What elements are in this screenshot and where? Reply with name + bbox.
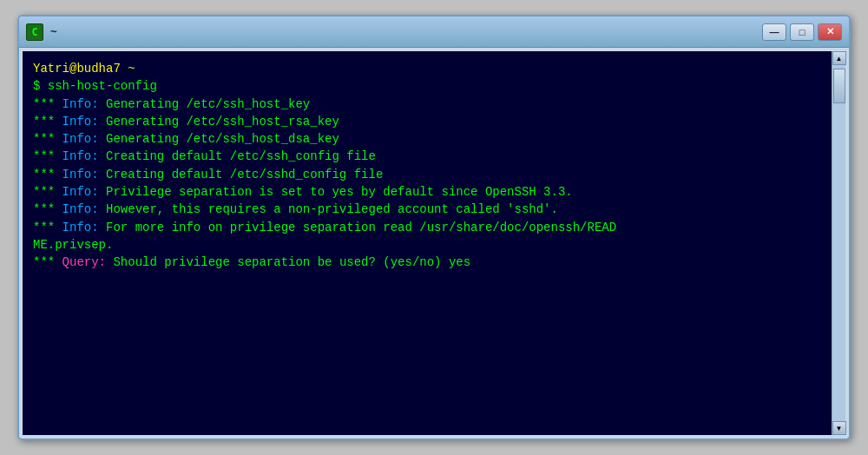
close-button[interactable]: ✕ <box>818 23 842 41</box>
minimize-button[interactable]: — <box>762 23 786 41</box>
scroll-up-arrow[interactable]: ▲ <box>832 51 846 65</box>
scroll-down-arrow[interactable]: ▼ <box>832 421 846 435</box>
terminal-line-7: *** Info: However, this requires a non-p… <box>33 201 821 218</box>
app-icon: C <box>26 23 43 41</box>
terminal-line-8: *** Info: For more info on privilege sep… <box>33 219 821 236</box>
terminal-screen[interactable]: Yatri@budha7 ~ $ ssh-host-config *** Inf… <box>23 51 832 435</box>
terminal-command-line: $ ssh-host-config <box>33 77 821 95</box>
command-text: $ ssh-host-config <box>33 79 157 93</box>
scroll-track[interactable] <box>832 65 845 421</box>
terminal-window: C ~ — □ ✕ Yatri@budha7 ~ $ ssh-host-conf… <box>17 15 851 440</box>
title-bar: C ~ — □ ✕ <box>19 16 849 48</box>
terminal-line-1: *** Info: Generating /etc/ssh_host_key <box>33 96 821 113</box>
terminal-user-prompt: Yatri@budha7 ~ <box>33 60 821 77</box>
terminal-line-2: *** Info: Generating /etc/ssh_host_rsa_k… <box>33 113 821 130</box>
terminal-line-3: *** Info: Generating /etc/ssh_host_dsa_k… <box>33 130 821 148</box>
terminal-wrapper: Yatri@budha7 ~ $ ssh-host-config *** Inf… <box>19 48 849 439</box>
terminal-line-4: *** Info: Creating default /etc/ssh_conf… <box>33 148 821 165</box>
maximize-button[interactable]: □ <box>790 23 814 41</box>
window-controls: — □ ✕ <box>762 23 842 41</box>
terminal-continuation: ME.privsep. <box>33 236 821 254</box>
username-display: Yatri@budha7 ~ <box>33 62 135 76</box>
scrollbar[interactable]: ▲ ▼ <box>832 51 845 435</box>
terminal-line-5: *** Info: Creating default /etc/sshd_con… <box>33 166 821 183</box>
scroll-thumb[interactable] <box>833 69 845 103</box>
terminal-query-line: *** Query: Should privilege separation b… <box>33 254 821 271</box>
terminal-line-6: *** Info: Privilege separation is set to… <box>33 183 821 201</box>
window-title: ~ <box>50 25 762 38</box>
